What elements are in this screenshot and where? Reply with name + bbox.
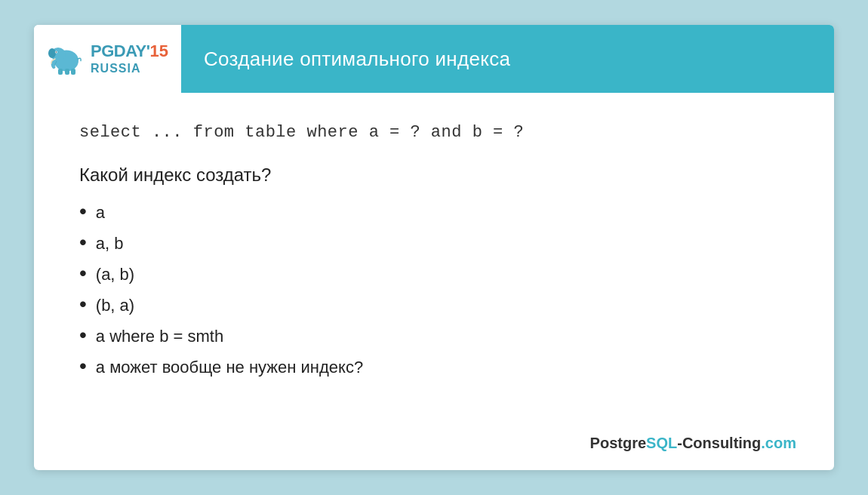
list-item: a, b xyxy=(79,232,789,254)
svg-rect-5 xyxy=(58,69,63,75)
list-item: (b, a) xyxy=(79,294,789,315)
bullet-list: a a, b (a, b) (b, a) a where b = smth а … xyxy=(79,201,789,386)
header-title-bar: Создание оптимального индекса xyxy=(181,25,834,93)
logo-text-block: PGDAY'15 RUSSIA xyxy=(91,42,168,75)
logo-russia: RUSSIA xyxy=(91,61,140,75)
sql-query: select ... from table where a = ? and b … xyxy=(79,123,789,142)
footer-brand: PostgreSQL-Consulting.com xyxy=(590,435,796,452)
svg-point-2 xyxy=(48,48,56,58)
brand-sql: SQL xyxy=(646,435,677,451)
brand-dash: - xyxy=(677,435,682,451)
list-item: а может вообще не нужен индекс? xyxy=(79,355,789,377)
logo-pgday: PGDAY'15 xyxy=(91,42,168,61)
question-heading: Какой индекс создать? xyxy=(79,164,789,186)
list-item: a xyxy=(79,201,789,223)
brand-postgres: Postgre xyxy=(590,435,646,451)
slide-container: PGDAY'15 RUSSIA Создание оптимального ин… xyxy=(34,25,834,470)
svg-rect-7 xyxy=(71,69,75,75)
logo-area: PGDAY'15 RUSSIA xyxy=(34,25,181,93)
slide-content: select ... from table where a = ? and b … xyxy=(34,93,834,470)
svg-rect-6 xyxy=(65,69,69,75)
brand-dotcom: .com xyxy=(761,435,796,451)
svg-point-4 xyxy=(56,51,57,53)
brand-consulting: Consulting xyxy=(682,435,761,451)
slide-title: Создание оптимального индекса xyxy=(204,48,510,71)
elephant-icon xyxy=(47,40,85,78)
slide-header: PGDAY'15 RUSSIA Создание оптимального ин… xyxy=(34,25,834,93)
list-item: a where b = smth xyxy=(79,324,789,346)
list-item: (a, b) xyxy=(79,263,789,284)
